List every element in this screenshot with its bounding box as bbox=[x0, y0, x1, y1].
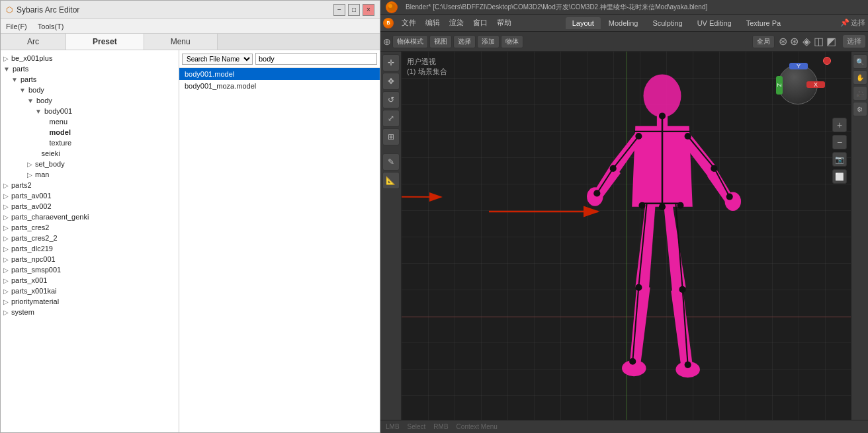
file-tree: ▷be_x001plus ▼parts ▼parts ▼body ▼body ▼… bbox=[1, 50, 179, 432]
rotate-tool[interactable]: ↺ bbox=[382, 91, 400, 108]
tree-item[interactable]: seieki bbox=[1, 148, 179, 159]
svg-point-1 bbox=[388, 4, 392, 8]
tree-item[interactable]: ▷parts_x001 bbox=[1, 275, 179, 286]
mode-select[interactable]: 物体模式 bbox=[392, 35, 428, 48]
camera-button[interactable]: 📷 bbox=[832, 152, 847, 167]
svg-point-25 bbox=[726, 194, 733, 200]
tab-layout[interactable]: Layout bbox=[566, 17, 601, 29]
tools-menu[interactable]: Tools(T) bbox=[35, 22, 67, 31]
tab-texture-paint[interactable]: Texture Pa bbox=[740, 17, 788, 29]
tree-item[interactable]: ▷parts_dlc219 bbox=[1, 243, 179, 254]
svg-point-2 bbox=[644, 75, 681, 118]
blender-menubar: B 文件 编辑 渲染 窗口 帮助 Layout Modeling Sculpti… bbox=[380, 15, 868, 32]
tree-item[interactable]: ▷set_body bbox=[1, 159, 179, 169]
tree-item[interactable]: ▷parts_cres2 bbox=[1, 222, 179, 233]
menu-edit[interactable]: 编辑 bbox=[421, 17, 444, 29]
scale-tool[interactable]: ⤢ bbox=[382, 110, 400, 127]
tree-item-model[interactable]: model bbox=[1, 127, 179, 138]
perspective-button[interactable]: ⬜ bbox=[832, 169, 847, 184]
menu-window[interactable]: 窗口 bbox=[469, 17, 492, 29]
svg-point-32 bbox=[685, 362, 691, 368]
status-app: LMB bbox=[386, 423, 400, 430]
tab-uv-editing[interactable]: UV Editing bbox=[691, 17, 738, 29]
blender-logo-small: B bbox=[383, 18, 394, 28]
menu-help[interactable]: 帮助 bbox=[493, 17, 515, 29]
left-tools: ✛ ✥ ↺ ⤢ ⊞ ✎ 📐 bbox=[380, 52, 402, 420]
tree-item[interactable]: ▼body bbox=[1, 95, 179, 106]
global-btn[interactable]: 全局 bbox=[752, 35, 775, 48]
tree-item[interactable]: ▷man bbox=[1, 169, 179, 180]
tree-item[interactable]: ▼body001 bbox=[1, 106, 179, 116]
tree-item[interactable]: ▷parts2 bbox=[1, 180, 179, 190]
arc-title: Sybaris Arc Editor bbox=[17, 5, 79, 15]
tree-item[interactable]: ▷system bbox=[1, 307, 179, 317]
pan-button[interactable]: ✋ bbox=[853, 70, 867, 85]
viewport-btn[interactable]: 视图 bbox=[429, 35, 452, 48]
orbit-button[interactable]: 🎥 bbox=[853, 86, 867, 100]
tree-item[interactable]: ▼parts bbox=[1, 63, 179, 74]
tree-item[interactable]: menu bbox=[1, 116, 179, 127]
tree-item[interactable]: ▷parts_x001kai bbox=[1, 286, 179, 296]
file-list: body001.model body001_moza.model bbox=[179, 68, 380, 432]
search-input[interactable] bbox=[255, 53, 377, 65]
tab-arc[interactable]: Arc bbox=[1, 34, 66, 50]
tree-item[interactable]: ▷parts_npc001 bbox=[1, 254, 179, 264]
tree-item[interactable]: ▷parts_cres2_2 bbox=[1, 233, 179, 243]
viewport-icon: ⊕ bbox=[383, 36, 391, 47]
svg-point-29 bbox=[636, 284, 642, 291]
navigation-gizmo[interactable]: X Y Z bbox=[771, 58, 824, 111]
viewport-canvas[interactable]: 用户透视 (1) 场景集合 bbox=[402, 52, 851, 420]
transform-tool[interactable]: ⊞ bbox=[382, 128, 400, 145]
tree-item[interactable]: ▷be_x001plus bbox=[1, 53, 179, 63]
annotation-arrow bbox=[482, 192, 615, 231]
annotate-tool[interactable]: ✎ bbox=[382, 153, 400, 171]
select-btn[interactable]: 选择 bbox=[453, 35, 476, 48]
zoom-button[interactable]: 🔍 bbox=[853, 54, 867, 69]
tree-item[interactable]: ▷parts_av002 bbox=[1, 201, 179, 212]
arc-logo-icon: ⬡ bbox=[6, 5, 13, 15]
workspace-indicator bbox=[823, 57, 831, 65]
status-bar: LMB Select RMB Context Menu bbox=[380, 420, 868, 433]
close-button[interactable]: × bbox=[363, 4, 374, 16]
menu-file[interactable]: 文件 bbox=[398, 17, 420, 29]
status-rmb: RMB bbox=[433, 423, 448, 430]
arc-content: ▷be_x001plus ▼parts ▼parts ▼body ▼body ▼… bbox=[1, 50, 380, 432]
status-context: Context Menu bbox=[456, 423, 498, 430]
arc-menubar: File(F) Tools(T) bbox=[1, 19, 380, 34]
tab-sculpting[interactable]: Sculpting bbox=[646, 17, 689, 29]
svg-point-19 bbox=[659, 113, 666, 120]
tab-preset[interactable]: Preset bbox=[66, 34, 144, 50]
file-item-selected[interactable]: body001.model bbox=[179, 68, 380, 80]
nav-sphere: X Y Z bbox=[778, 65, 818, 104]
scene-label: 📌 bbox=[840, 19, 849, 27]
tree-item[interactable]: ▼parts bbox=[1, 74, 179, 85]
cursor-tool[interactable]: ✛ bbox=[382, 54, 400, 71]
measure-tool[interactable]: 📐 bbox=[382, 172, 400, 189]
tab-modeling[interactable]: Modeling bbox=[602, 17, 645, 29]
svg-point-20 bbox=[636, 133, 642, 139]
tree-item[interactable]: texture bbox=[1, 138, 179, 148]
menu-render[interactable]: 渲染 bbox=[445, 17, 468, 29]
zoom-out-button[interactable]: − bbox=[832, 135, 847, 149]
render-button[interactable]: ⚙ bbox=[853, 102, 867, 116]
tree-item[interactable]: ▼body bbox=[1, 85, 179, 95]
svg-point-28 bbox=[677, 202, 684, 209]
search-type-select[interactable]: Search File Name bbox=[182, 54, 253, 65]
move-tool[interactable]: ✥ bbox=[382, 73, 400, 90]
file-item[interactable]: body001_moza.model bbox=[179, 80, 380, 92]
file-menu[interactable]: File(F) bbox=[3, 22, 30, 31]
tree-item[interactable]: ▷prioritymaterial bbox=[1, 296, 179, 307]
sidebar-toggle[interactable]: 选择 bbox=[843, 35, 865, 48]
object-btn[interactable]: 物体 bbox=[501, 35, 523, 48]
maximize-button[interactable]: □ bbox=[348, 4, 360, 16]
minimize-button[interactable]: − bbox=[333, 4, 345, 16]
tab-menu[interactable]: Menu bbox=[144, 34, 218, 50]
zoom-in-button[interactable]: + bbox=[832, 118, 847, 132]
add-btn[interactable]: 添加 bbox=[477, 35, 499, 48]
viewport-perspective-label: 用户透视 bbox=[407, 57, 447, 67]
tree-item[interactable]: ▷parts_smsp001 bbox=[1, 264, 179, 275]
tree-item[interactable]: ▷parts_charaevent_genki bbox=[1, 212, 179, 222]
blender-titlebar: Blender* [C:\Users\BDFFZI\Desktop\COM3D2… bbox=[380, 0, 868, 15]
file-list-panel: Search File Name body001.model body001_m… bbox=[179, 50, 380, 432]
tree-item[interactable]: ▷parts_av001 bbox=[1, 190, 179, 201]
